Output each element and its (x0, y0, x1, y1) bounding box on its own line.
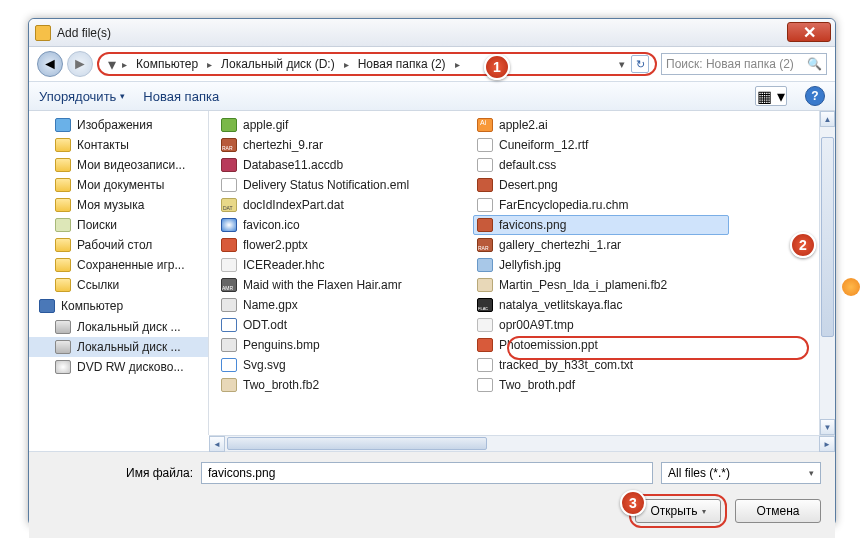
file-item[interactable]: FarEncyclopedia.ru.chm (473, 195, 729, 215)
file-name: Two_broth.pdf (499, 378, 575, 392)
chevron-down-icon: ▾ (702, 507, 706, 516)
breadcrumb-seg[interactable]: Компьютер (132, 55, 202, 73)
sidebar-item[interactable]: Поиски (29, 215, 208, 235)
search-input[interactable]: Поиск: Новая папка (2) 🔍 (661, 53, 827, 75)
file-item[interactable]: opr00A9T.tmp (473, 315, 729, 335)
breadcrumb-root-icon[interactable]: ▾ (105, 55, 119, 74)
scroll-thumb-h[interactable] (227, 437, 487, 450)
scroll-up-button[interactable]: ▲ (820, 111, 835, 127)
sidebar-item-label: Поиски (77, 218, 117, 232)
file-icon (477, 358, 493, 372)
file-icon (477, 378, 493, 392)
filename-input[interactable]: favicons.png (201, 462, 653, 484)
file-item[interactable]: flower2.pptx (217, 235, 473, 255)
view-button[interactable]: ▦ ▾ (755, 86, 787, 106)
sidebar: ИзображенияКонтактыМои видеозаписи...Мои… (29, 111, 209, 435)
file-item[interactable]: chertezhi_9.rar (217, 135, 473, 155)
scrollbar-horizontal[interactable]: ◄ ► (209, 435, 835, 451)
file-icon (221, 178, 237, 192)
file-item[interactable]: Two_broth.fb2 (217, 375, 473, 395)
file-item[interactable]: natalya_vetlitskaya.flac (473, 295, 729, 315)
sidebar-item[interactable]: Контакты (29, 135, 208, 155)
folder-icon (55, 198, 71, 212)
file-item[interactable]: ODT.odt (217, 315, 473, 335)
sidebar-item-label: Мои документы (77, 178, 164, 192)
file-item[interactable]: apple.gif (217, 115, 473, 135)
chevron-icon[interactable]: ▸ (341, 59, 352, 70)
file-item[interactable]: Two_broth.pdf (473, 375, 729, 395)
file-icon (221, 298, 237, 312)
breadcrumb-dropdown-icon[interactable]: ▾ (619, 58, 625, 71)
file-item[interactable]: Jellyfish.jpg (473, 255, 729, 275)
file-item[interactable]: ICEReader.hhc (217, 255, 473, 275)
organize-button[interactable]: Упорядочить▾ (39, 89, 125, 104)
file-item[interactable]: Svg.svg (217, 355, 473, 375)
file-item[interactable]: favicon.ico (217, 215, 473, 235)
new-folder-button[interactable]: Новая папка (143, 89, 219, 104)
back-button[interactable]: ◄ (37, 51, 63, 77)
filetype-filter[interactable]: All files (*.*)▾ (661, 462, 821, 484)
forward-button[interactable]: ► (67, 51, 93, 77)
file-item[interactable]: tracked_by_h33t_com.txt (473, 355, 729, 375)
chevron-icon[interactable]: ▸ (204, 59, 215, 70)
file-item[interactable]: Desert.png (473, 175, 729, 195)
scroll-thumb[interactable] (821, 137, 834, 337)
file-item[interactable]: default.css (473, 155, 729, 175)
file-item[interactable]: favicons.png (473, 215, 729, 235)
sidebar-item[interactable]: Сохраненные игр... (29, 255, 208, 275)
sidebar-item[interactable]: Мои видеозаписи... (29, 155, 208, 175)
scroll-right-button[interactable]: ► (819, 436, 835, 452)
help-button[interactable]: ? (805, 86, 825, 106)
sidebar-item[interactable]: Ссылки (29, 275, 208, 295)
sidebar-drive[interactable]: DVD RW дисково... (29, 357, 208, 377)
folder-icon (55, 118, 71, 132)
chevron-icon[interactable]: ▸ (119, 59, 130, 70)
sidebar-item[interactable]: Изображения (29, 115, 208, 135)
file-icon (477, 158, 493, 172)
sidebar-item-label: Моя музыка (77, 198, 144, 212)
close-button[interactable]: ✕ (787, 22, 831, 42)
file-item[interactable]: Delivery Status Notification.eml (217, 175, 473, 195)
file-item[interactable]: Maid with the Flaxen Hair.amr (217, 275, 473, 295)
sidebar-drive[interactable]: Локальный диск ... (29, 337, 208, 357)
file-item[interactable]: Photoemission.ppt (473, 335, 729, 355)
sidebar-item[interactable]: Моя музыка (29, 195, 208, 215)
chevron-icon[interactable]: ▸ (452, 59, 463, 70)
sidebar-item[interactable]: Рабочий стол (29, 235, 208, 255)
chevron-down-icon: ▾ (809, 468, 814, 478)
drive-icon (55, 320, 71, 334)
folder-icon (55, 158, 71, 172)
file-name: natalya_vetlitskaya.flac (499, 298, 622, 312)
sidebar-item[interactable]: Мои документы (29, 175, 208, 195)
sidebar-drive[interactable]: Локальный диск ... (29, 317, 208, 337)
breadcrumb-bar[interactable]: ▾ ▸ Компьютер ▸ Локальный диск (D:) ▸ Но… (97, 52, 657, 76)
breadcrumb-seg[interactable]: Локальный диск (D:) (217, 55, 339, 73)
sidebar-group-computer[interactable]: Компьютер (29, 295, 208, 317)
decorative-icon (842, 278, 860, 296)
file-icon (221, 198, 237, 212)
file-name: Maid with the Flaxen Hair.amr (243, 278, 402, 292)
scroll-down-button[interactable]: ▼ (820, 419, 835, 435)
refresh-button[interactable]: ↻ (631, 55, 649, 73)
file-icon (477, 318, 493, 332)
app-icon (35, 25, 51, 41)
titlebar: Add file(s) ✕ (29, 19, 835, 47)
breadcrumb-seg[interactable]: Новая папка (2) (354, 55, 450, 73)
file-icon (221, 118, 237, 132)
filename-label: Имя файла: (43, 466, 193, 480)
file-item[interactable]: Database11.accdb (217, 155, 473, 175)
scroll-left-button[interactable]: ◄ (209, 436, 225, 452)
footer: Имя файла: favicons.png All files (*.*)▾… (29, 451, 835, 538)
open-button[interactable]: Открыть▾ (635, 499, 721, 523)
file-item[interactable]: Penguins.bmp (217, 335, 473, 355)
file-item[interactable]: docIdIndexPart.dat (217, 195, 473, 215)
file-item[interactable]: Name.gpx (217, 295, 473, 315)
file-item[interactable]: Cuneiform_12.rtf (473, 135, 729, 155)
file-icon (477, 238, 493, 252)
file-item[interactable]: apple2.ai (473, 115, 729, 135)
file-item[interactable]: gallery_chertezhi_1.rar (473, 235, 729, 255)
scrollbar-vertical[interactable]: ▲ ▼ (819, 111, 835, 435)
file-item[interactable]: Martin_Pesn_lda_i_plameni.fb2 (473, 275, 729, 295)
cancel-button[interactable]: Отмена (735, 499, 821, 523)
file-name: docIdIndexPart.dat (243, 198, 344, 212)
